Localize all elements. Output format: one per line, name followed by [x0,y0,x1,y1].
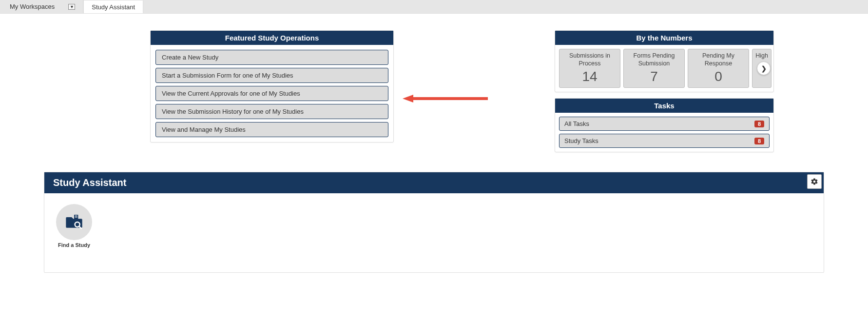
tab-label: My Workspaces [10,3,55,10]
tab-my-workspaces[interactable]: My Workspaces ▾ [2,0,83,13]
num-value: 0 [690,69,747,84]
content-area: Featured Study Operations Create a New S… [0,14,868,292]
panel-featured-operations: Featured Study Operations Create a New S… [150,30,394,143]
task-row-all-tasks[interactable]: All Tasks 8 [559,117,770,131]
op-create-new-study[interactable]: Create a New Study [155,50,388,65]
right-column: By the Numbers Submissions in Process 14… [413,30,774,152]
panel-title: Featured Study Operations [151,31,393,45]
task-label: All Tasks [564,120,589,127]
panel-tasks: Tasks All Tasks 8 Study Tasks 8 [555,98,774,152]
num-label: Submissions in Process [561,52,618,68]
tile-find-a-study[interactable]: Find a Study [56,204,92,248]
svg-marker-1 [403,95,413,102]
num-card-forms-pending-submission[interactable]: Forms Pending Submission 7 [623,49,685,88]
num-card-submissions-in-process[interactable]: Submissions in Process 14 [559,49,620,88]
num-value: 7 [626,69,682,84]
chevron-down-icon[interactable]: ▾ [68,4,75,10]
num-label: Pending My Response [690,52,747,68]
panel-body: Create a New Study Start a Submission Fo… [151,45,393,142]
tile-icon-container [56,204,92,240]
op-start-submission-form[interactable]: Start a Submission Form for one of My St… [155,68,388,83]
scroll-next-button[interactable]: ❯ [757,61,771,75]
task-count-badge: 8 [754,121,764,127]
tab-bar: My Workspaces ▾ Study Assistant [0,0,868,14]
top-row: Featured Study Operations Create a New S… [10,30,858,152]
op-view-submission-history[interactable]: View the Submission History for one of M… [155,104,388,119]
task-count-badge: 8 [754,138,764,144]
num-label: Forms Pending Submission [626,52,682,68]
panel-by-the-numbers: By the Numbers Submissions in Process 14… [555,30,774,92]
op-view-current-approvals[interactable]: View the Current Approvals for one of My… [155,86,388,101]
svg-rect-4 [75,217,77,217]
num-card-pending-my-response[interactable]: Pending My Response 0 [688,49,749,88]
section-body: Find a Study [44,193,824,272]
settings-button[interactable] [807,174,822,189]
tab-study-assistant[interactable]: Study Assistant [83,0,143,13]
tile-caption: Find a Study [56,242,92,248]
section-title: Study Assistant [53,177,126,188]
panel-title: By the Numbers [555,31,773,45]
gear-icon [810,178,818,185]
folder-search-icon [64,212,84,232]
panel-body: All Tasks 8 Study Tasks 8 [555,113,773,152]
tab-label: Study Assistant [92,3,135,11]
svg-rect-3 [75,216,77,216]
panel-title: Tasks [555,99,773,113]
section-study-assistant: Study Assistant [44,172,824,273]
task-row-study-tasks[interactable]: Study Tasks 8 [559,134,770,148]
op-view-manage-studies[interactable]: View and Manage My Studies [155,122,388,137]
task-label: Study Tasks [564,137,598,144]
chevron-right-icon: ❯ [761,65,767,72]
panel-body: Submissions in Process 14 Forms Pending … [555,45,773,92]
section-title-bar: Study Assistant [44,172,824,193]
num-value: 14 [561,69,618,84]
